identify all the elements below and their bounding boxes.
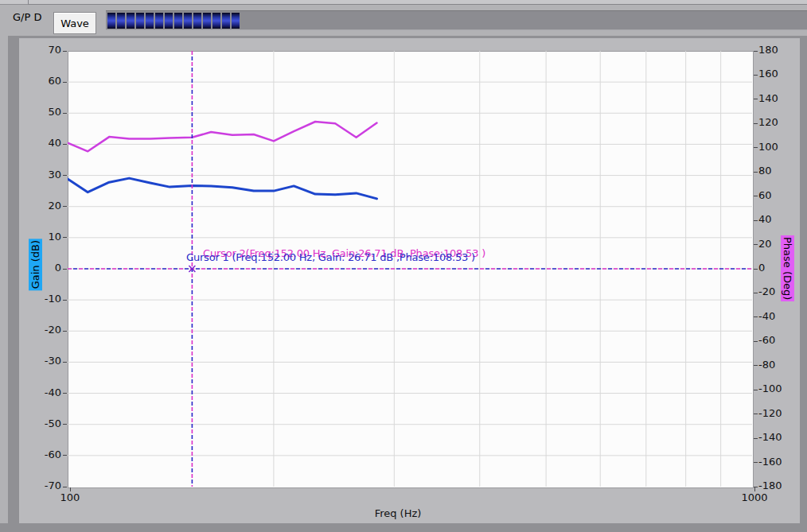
phase-tick-label: 100 [758, 142, 797, 153]
gain-tick-label: -60 [23, 449, 61, 460]
phase-tick-mark [754, 147, 758, 148]
sweep-progress-bar [106, 10, 807, 30]
gain-tick-mark [63, 455, 67, 456]
tab-strip-notch [28, 0, 29, 4]
gain-tick-label: 60 [23, 76, 61, 87]
phase-tick-mark [754, 390, 758, 390]
gain-tick-mark [63, 206, 67, 207]
phase-tick-mark [754, 123, 758, 124]
gain-tick-label: 10 [23, 231, 61, 243]
gain-tick-mark [63, 269, 67, 270]
progress-segment [165, 13, 173, 29]
bode-plot[interactable] [68, 51, 752, 487]
phase-tick-mark [754, 316, 758, 317]
pane-label: G/P D [13, 11, 41, 23]
left-margin [0, 36, 8, 523]
phase-tick-label: -20 [758, 286, 797, 297]
phase-tick-label: 80 [758, 165, 797, 177]
gain-tick-label: 20 [23, 200, 61, 212]
gain-tick-label: -70 [23, 480, 61, 491]
freq-tick-label: 1000 [737, 492, 772, 503]
phase-tick-label: -100 [758, 383, 797, 394]
freq-tick-label: 100 [53, 492, 88, 503]
phase-tick-mark [754, 244, 758, 245]
phase-tick-mark [754, 51, 758, 52]
progress-segment [222, 13, 230, 29]
gain-tick-mark [63, 424, 67, 425]
tab-wave[interactable]: Wave [53, 12, 96, 34]
phase-tick-mark [754, 99, 758, 99]
gain-tick-label: 30 [23, 169, 61, 181]
gain-tick-mark [63, 144, 67, 145]
gain-tick-mark [63, 113, 67, 114]
phase-trace [68, 122, 377, 151]
gain-tick-label: -50 [23, 418, 61, 429]
progress-segment [107, 13, 115, 29]
gain-tick-label: -20 [23, 324, 61, 336]
gain-tick-label: 70 [23, 45, 61, 56]
phase-tick-mark [754, 438, 758, 439]
tab-wave-label: Wave [60, 17, 89, 29]
progress-segment [232, 13, 240, 29]
gain-tick-mark [63, 237, 67, 238]
progress-segment [203, 13, 211, 29]
gain-tick-mark [63, 487, 67, 487]
phase-tick-label: 160 [758, 68, 797, 80]
progress-segment [127, 13, 134, 29]
phase-tick-label: 40 [758, 214, 797, 225]
phase-tick-mark [754, 293, 758, 293]
phase-tick-mark [754, 172, 758, 173]
phase-tick-mark [754, 220, 758, 221]
gain-tick-mark [63, 51, 67, 52]
app-window: G/P D Wave Gain (dB) Phase (Deg) Freq (H… [0, 0, 807, 532]
phase-tick-mark [754, 462, 758, 463]
progress-segment [174, 13, 182, 29]
gain-tick-label: -30 [23, 355, 61, 367]
phase-tick-label: 140 [758, 93, 797, 104]
phase-tick-label: -180 [758, 480, 797, 491]
gain-trace [68, 178, 377, 199]
phase-tick-label: -160 [758, 456, 797, 468]
phase-tick-mark [754, 341, 758, 342]
progress-segment [212, 13, 220, 29]
progress-segment [193, 13, 201, 29]
phase-tick-label: 20 [758, 239, 797, 250]
gain-tick-mark [63, 331, 67, 332]
phase-tick-label: 0 [758, 262, 797, 274]
gain-tick-label: -10 [23, 293, 61, 305]
phase-tick-label: -40 [758, 311, 797, 322]
phase-tick-label: 180 [758, 45, 797, 56]
phase-tick-label: 120 [758, 117, 797, 128]
phase-tick-label: -140 [758, 432, 797, 443]
progress-segment [146, 13, 154, 29]
gain-tick-mark [63, 82, 67, 83]
gain-tick-label: -40 [23, 387, 61, 398]
phase-tick-mark [754, 75, 758, 76]
gain-tick-label: 0 [23, 262, 61, 274]
gain-tick-mark [63, 393, 67, 394]
gain-tick-label: 50 [23, 107, 61, 118]
gain-tick-mark [63, 175, 67, 176]
phase-tick-mark [754, 196, 758, 196]
progress-segment [155, 13, 163, 29]
gain-tick-mark [63, 300, 67, 301]
phase-tick-label: -60 [758, 335, 797, 346]
cursor1-readout: Cursor 1 (Freq:152.00 Hz, Gain: 26.71 dB… [186, 251, 475, 263]
progress-segment [184, 13, 192, 29]
phase-tick-mark [754, 269, 758, 270]
phase-tick-mark [754, 414, 758, 414]
gain-tick-label: 40 [23, 138, 61, 149]
progress-segment [136, 13, 144, 29]
phase-tick-mark [754, 365, 758, 366]
phase-tick-label: -80 [758, 359, 797, 371]
phase-tick-label: -120 [758, 408, 797, 419]
progress-segment [117, 13, 125, 29]
freq-axis-label: Freq (Hz) [334, 507, 462, 519]
phase-tick-label: 60 [758, 190, 797, 201]
gain-tick-mark [63, 362, 67, 363]
